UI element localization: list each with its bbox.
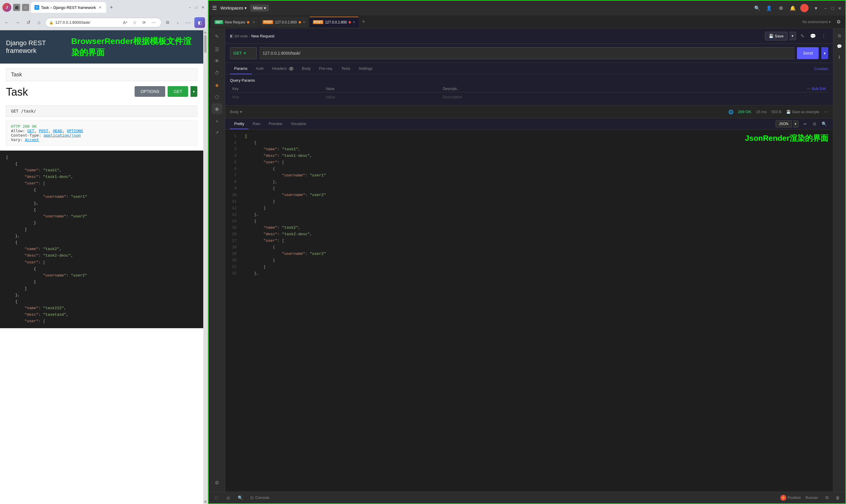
split-view-button[interactable]: ⧉ <box>163 18 172 27</box>
pm-sidebar-api-button[interactable]: ⬡ <box>212 91 222 102</box>
pm-minimize-button[interactable]: − <box>824 6 828 10</box>
tab-close-button[interactable]: ✕ <box>98 5 103 10</box>
refresh-button[interactable]: ↺ <box>24 18 33 27</box>
pm-tab-3-active[interactable]: POST 127.0.0.1:800 ✕ <box>309 17 359 27</box>
address-field[interactable]: 🔒 127.0.0.1:8000/task/ Aᵃ ☆ ⟳ ⋯ <box>45 18 162 27</box>
pm-sidebar-mock-button[interactable]: ◉ <box>212 103 222 114</box>
pm-req-tab-auth[interactable]: Auth <box>252 63 268 74</box>
pm-search-resp-button[interactable]: 🔍 <box>820 120 828 128</box>
pm-new-tab-button[interactable]: + <box>359 18 368 26</box>
pm-resp-tab-visualize[interactable]: Visualize <box>286 119 310 129</box>
pm-avatar-dropdown-button[interactable]: ▾ <box>812 3 821 13</box>
pm-req-tab-params[interactable]: Params <box>230 63 252 74</box>
options-button[interactable]: OPTIONS <box>135 86 165 97</box>
maximize-button[interactable]: □ <box>194 5 198 10</box>
pm-workspaces-dropdown[interactable]: Workspaces ▾ <box>221 6 247 11</box>
pm-no-environment-button[interactable]: No environment ▾ <box>800 18 833 26</box>
pm-req-tab-headers[interactable]: Headers 7 <box>268 63 298 74</box>
params-key-cell[interactable]: Key <box>230 92 323 102</box>
pm-bottom-layout-button[interactable]: □ <box>212 493 221 502</box>
pm-environment-settings-button[interactable]: ⚙ <box>834 18 843 26</box>
pm-send-dropdown-button[interactable]: ▾ <box>821 47 828 59</box>
pm-body-dropdown[interactable]: Body ▾ <box>230 110 242 114</box>
browser-scrollbar[interactable] <box>203 30 207 504</box>
pm-hamburger-button[interactable]: ☰ <box>212 5 217 11</box>
pm-notifications-button[interactable]: 🔔 <box>788 3 797 13</box>
pm-req-tab-prereq[interactable]: Pre-req. <box>315 63 337 74</box>
pm-more-dropdown[interactable]: More ▾ <box>250 4 269 12</box>
browser-settings-btn[interactable]: ⋯ <box>149 18 158 27</box>
pm-sidebar-grpc-button[interactable]: ↗ <box>212 127 222 138</box>
browser-menu-button[interactable]: ⋯ <box>184 18 193 27</box>
pm-cookies-link[interactable]: Cookies <box>814 67 828 71</box>
browser-tab-active[interactable]: D Task – Django REST framework ✕ <box>31 2 106 13</box>
pm-tab3-close[interactable]: ✕ <box>353 20 355 24</box>
pm-save-example-button[interactable]: 💾 Save as example <box>786 110 819 114</box>
get-button[interactable]: GET <box>168 86 188 97</box>
pm-console-button[interactable]: ⊡ Console <box>248 494 272 501</box>
pm-format-dropdown-button[interactable]: ▾ <box>793 121 798 127</box>
pm-req-tab-body[interactable]: Body <box>298 63 315 74</box>
minimize-button[interactable]: − <box>188 5 192 10</box>
pm-url-input[interactable] <box>259 47 795 59</box>
pm-send-button[interactable]: Send <box>797 47 819 59</box>
pm-sidebar-environment-button[interactable]: 👁 <box>212 56 222 67</box>
allow-options[interactable]: OPTIONS <box>67 129 83 133</box>
pm-bottom-icon-5[interactable]: 🗑 <box>833 493 842 502</box>
pm-copy-button[interactable]: ⧉ <box>810 120 819 128</box>
pm-user-avatar[interactable] <box>800 4 809 12</box>
forward-button[interactable]: → <box>13 18 22 27</box>
pm-search-button[interactable]: 🔍 <box>753 3 762 13</box>
pm-settings-button[interactable]: ⚙ <box>776 3 786 13</box>
pm-save-button[interactable]: 💾 Save <box>765 32 788 40</box>
pm-runner-button[interactable]: Runner <box>803 494 821 501</box>
pm-resp-tab-raw[interactable]: Raw <box>248 119 264 129</box>
allow-post[interactable]: POST <box>39 129 48 133</box>
pm-right-icon-comment[interactable]: 💬 <box>835 41 844 51</box>
pm-right-icon-info[interactable]: ℹ <box>835 52 844 62</box>
back-button[interactable]: ← <box>2 18 11 27</box>
pm-postbot-button[interactable]: ⚡ Postbot <box>780 495 800 501</box>
pm-sidebar-collections-button[interactable]: ☰ <box>212 44 222 55</box>
pm-tab2-close[interactable]: ✕ <box>303 20 305 24</box>
pm-filter-button[interactable]: ⇌ <box>801 120 809 128</box>
pm-share-button[interactable]: ⋮ <box>819 32 828 40</box>
pm-sidebar-active-button[interactable]: ◈ <box>212 79 222 90</box>
side-panel-button[interactable]: ◧ <box>194 17 205 28</box>
vary-value[interactable]: Accept <box>25 138 39 142</box>
pm-bottom-search-button[interactable]: 🔍 <box>236 493 244 502</box>
pm-bottom-circle-button[interactable]: ◎ <box>224 493 232 502</box>
browser-extension-btn[interactable]: ⟳ <box>140 18 148 27</box>
pm-req-tab-tests[interactable]: Tests <box>337 63 354 74</box>
pm-method-select[interactable]: GET ▾ <box>230 47 257 59</box>
pm-sidebar-new-button[interactable]: ✎ <box>212 31 222 41</box>
new-tab-button[interactable]: + <box>107 3 116 12</box>
scroll-up-arrow[interactable] <box>204 32 207 34</box>
home-button[interactable]: ⌂ <box>34 18 43 27</box>
pm-sidebar-settings-button[interactable]: ⚙ <box>212 477 222 488</box>
browser-tools-button[interactable]: ↓ <box>174 18 182 27</box>
params-value-cell[interactable]: Value <box>323 92 441 102</box>
pm-edit-button[interactable]: ✎ <box>798 32 807 40</box>
bulk-edit-button[interactable]: Bulk Edit <box>812 87 826 91</box>
scroll-down-arrow[interactable] <box>204 501 207 503</box>
pm-comment-button[interactable]: 💬 <box>809 32 817 40</box>
allow-head[interactable]: HEAD <box>53 129 62 133</box>
favorite-button[interactable]: ☆ <box>130 18 139 27</box>
pm-resp-tab-pretty[interactable]: Pretty <box>230 119 248 129</box>
pm-sidebar-history-button[interactable]: ⏱ <box>212 68 222 78</box>
pm-close-button[interactable]: ✕ <box>838 6 842 10</box>
pm-req-tab-settings[interactable]: Settings <box>354 63 377 74</box>
pm-maximize-button[interactable]: □ <box>831 6 835 10</box>
pm-resp-tab-preview[interactable]: Preview <box>264 119 286 129</box>
pm-sidebar-flows-button[interactable]: ⟁ <box>212 115 222 126</box>
close-button[interactable]: ✕ <box>201 5 205 10</box>
reader-mode-button[interactable]: Aᵃ <box>121 18 129 27</box>
pm-tab-1[interactable]: GET New Reques ✕ <box>211 17 259 27</box>
pm-right-icon-layout[interactable]: ⊞ <box>835 31 844 40</box>
allow-get[interactable]: GET <box>27 129 34 133</box>
content-type-value[interactable]: application/json <box>44 133 81 138</box>
pm-tab1-close[interactable]: ✕ <box>252 20 255 24</box>
pm-save-dropdown-button[interactable]: ▾ <box>789 32 796 40</box>
pm-format-json-button[interactable]: JSON <box>776 120 792 127</box>
